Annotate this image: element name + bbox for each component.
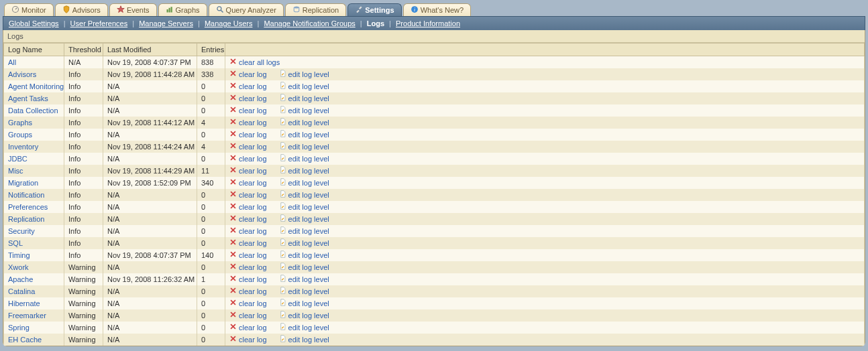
col-log-name[interactable]: Log Name [4,44,64,56]
log-name-link[interactable]: SQL [4,237,64,249]
edit-log-level-link[interactable]: edit log level [279,275,329,283]
clear-log-link[interactable]: clear log [229,323,267,332]
tab-settings[interactable]: Settings [347,3,401,16]
log-name-link[interactable]: Agent Tasks [4,92,64,104]
clear-log-link[interactable]: clear log [229,275,267,283]
subnav-product-information[interactable]: Product Information [396,19,460,27]
edit-log-level-link[interactable]: edit log level [279,214,329,223]
edit-log-level-link[interactable]: edit log level [279,154,329,163]
subnav-manage-users[interactable]: Manage Users [205,19,253,27]
log-name-link[interactable]: Preferences [4,201,64,213]
clear-log-link[interactable]: clear log [229,178,267,187]
log-name-link[interactable]: Data Collection [4,104,64,117]
clear-log-link[interactable]: clear log [229,142,267,151]
entries-value: 340 [197,177,225,189]
clear-log-link[interactable]: clear log [229,251,267,259]
log-name-link[interactable]: Migration [4,177,64,189]
clear-log-link[interactable]: clear log [229,130,267,139]
clear-log-link[interactable]: clear log [229,335,267,344]
clear-log-link[interactable]: clear log [229,106,267,115]
delete-icon [229,275,237,283]
log-name-link[interactable]: Timing [4,249,64,261]
log-name-link[interactable]: Agent Monitoring [4,80,64,92]
tab-events[interactable]: Events [109,3,157,16]
clear-log-link[interactable]: clear log [229,214,267,223]
edit-log-level-link[interactable]: edit log level [279,142,329,151]
log-name-link[interactable]: Advisors [4,68,64,80]
clear-log-link[interactable]: clear log [229,94,267,102]
table-row: GraphsInfoNov 19, 2008 11:44:12 AM4clear… [4,117,865,129]
edit-log-level-link[interactable]: edit log level [279,118,329,127]
clear-log-link[interactable]: clear log [229,70,267,78]
log-name-link[interactable]: Security [4,225,64,237]
col-last-modified[interactable]: Last Modified [103,44,197,56]
subnav-manage-notification-groups[interactable]: Manage Notification Groups [264,19,355,27]
log-name-link[interactable]: EH Cache [4,334,64,346]
log-name-link[interactable]: Inventory [4,141,64,153]
log-name-link[interactable]: Replication [4,213,64,225]
tab-replication[interactable]: Replication [285,3,346,16]
tab-query-analyzer[interactable]: Query Analyzer [209,3,284,16]
edit-log-level-link[interactable]: edit log level [279,323,329,332]
row-actions: clear logedit log level [225,177,865,189]
tab-monitor[interactable]: Monitor [4,3,54,16]
tab-graphs[interactable]: Graphs [158,3,207,16]
edit-log-level-link[interactable]: edit log level [279,238,329,247]
edit-log-level-link[interactable]: edit log level [279,311,329,320]
clear-log-link[interactable]: clear log [229,299,267,307]
clear-log-link[interactable]: clear log [229,287,267,295]
clear-log-link[interactable]: clear log [229,166,267,175]
clear-log-link[interactable]: clear log [229,202,267,211]
log-name-link[interactable]: Hibernate [4,297,64,309]
edit-log-level-link[interactable]: edit log level [279,190,329,199]
threshold-value: Info [64,104,103,117]
edit-log-level-link[interactable]: edit log level [279,287,329,295]
edit-log-level-link[interactable]: edit log level [279,202,329,211]
edit-log-level-link[interactable]: edit log level [279,299,329,307]
log-name-link[interactable]: Freemarker [4,309,64,322]
edit-log-level-link[interactable]: edit log level [279,251,329,259]
clear-all-logs-link[interactable]: clear all logs [229,58,280,66]
clear-log-link[interactable]: clear log [229,311,267,320]
delete-icon [229,263,237,271]
clear-log-link[interactable]: clear log [229,82,267,90]
log-name-link[interactable]: Xwork [4,261,64,273]
subnav-user-preferences[interactable]: User Preferences [70,19,128,27]
threshold-value: Warning [64,322,103,334]
log-name-link[interactable]: Graphs [4,117,64,129]
edit-log-level-link[interactable]: edit log level [279,106,329,115]
log-name-link[interactable]: Groups [4,129,64,141]
edit-log-level-link[interactable]: edit log level [279,94,329,102]
clear-log-link[interactable]: clear log [229,190,267,199]
log-name-link[interactable]: Notification [4,189,64,201]
log-name-link[interactable]: JDBC [4,153,64,165]
log-name-link[interactable]: Spring [4,322,64,334]
table-row: Data CollectionInfoN/A0clear logedit log… [4,104,865,117]
clear-log-link[interactable]: clear log [229,226,267,235]
clear-log-link[interactable]: clear log [229,154,267,163]
col-entries[interactable]: Entries [197,44,225,56]
clear-log-link[interactable]: clear log [229,118,267,127]
edit-log-level-link[interactable]: edit log level [279,166,329,175]
edit-log-level-link[interactable]: edit log level [279,82,329,90]
log-name-link[interactable]: Apache [4,273,64,285]
edit-log-level-link[interactable]: edit log level [279,70,329,78]
clear-log-link[interactable]: clear log [229,263,267,271]
threshold-value: Info [64,213,103,225]
action-label: edit log level [288,155,329,163]
edit-log-level-link[interactable]: edit log level [279,335,329,344]
edit-log-level-link[interactable]: edit log level [279,178,329,187]
log-name-link[interactable]: Catalina [4,285,64,297]
svg-point-7 [294,7,299,9]
tab-advisors[interactable]: Advisors [55,3,108,16]
subnav-manage-servers[interactable]: Manage Servers [139,19,193,27]
log-name-link[interactable]: All [4,56,64,68]
log-name-link[interactable]: Misc [4,165,64,177]
subnav-global-settings[interactable]: Global Settings [9,19,59,27]
edit-log-level-link[interactable]: edit log level [279,130,329,139]
clear-log-link[interactable]: clear log [229,238,267,247]
col-threshold[interactable]: Threshold [64,44,103,56]
tab-what-s-new-[interactable]: iWhat's New? [403,3,471,16]
edit-log-level-link[interactable]: edit log level [279,263,329,271]
edit-log-level-link[interactable]: edit log level [279,226,329,235]
